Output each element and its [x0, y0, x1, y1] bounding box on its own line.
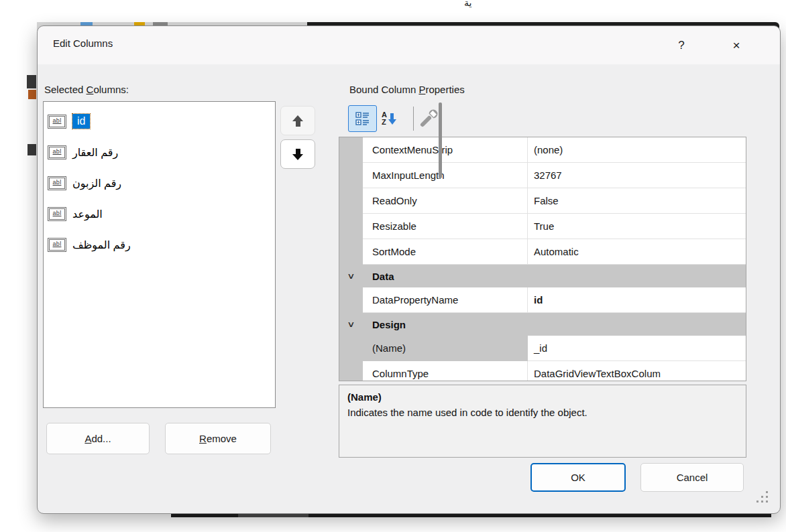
- property-grid-scrollbar-thumb[interactable]: [439, 103, 442, 178]
- toolbar-separator: [413, 107, 414, 131]
- textbox-column-icon: abl: [48, 207, 66, 221]
- property-value-cell[interactable]: _id: [528, 336, 746, 361]
- bound-column-properties-label: Bound Column Properties: [349, 84, 465, 95]
- property-row[interactable]: Resizable True: [339, 214, 746, 239]
- property-name-cell[interactable]: SortMode: [363, 239, 528, 265]
- category-row-data[interactable]: ∨ Data: [339, 265, 746, 287]
- property-name-cell[interactable]: (Name): [363, 336, 528, 361]
- property-value-cell[interactable]: Automatic: [528, 239, 746, 265]
- background-left-mark-1: [27, 75, 36, 88]
- collapse-chevron-icon[interactable]: ∨: [339, 313, 363, 336]
- resize-grip[interactable]: [756, 491, 759, 493]
- wrench-icon: [419, 108, 439, 128]
- property-name-cell[interactable]: ColumnType: [363, 361, 528, 381]
- property-row[interactable]: MaxInputLength 32767: [339, 163, 746, 188]
- row-margin: [339, 163, 363, 188]
- row-margin: [339, 361, 363, 381]
- property-name-cell[interactable]: MaxInputLength: [363, 163, 528, 188]
- list-item-label: رقم الموظف: [72, 239, 131, 251]
- property-row[interactable]: DataPropertyName id: [339, 287, 746, 313]
- move-up-button[interactable]: [280, 106, 315, 135]
- cancel-button[interactable]: Cancel: [640, 463, 744, 492]
- remove-button[interactable]: Remove: [165, 423, 271, 454]
- selected-columns-listbox[interactable]: abl id abl رقم العقار abl رقم الزبون abl…: [43, 101, 276, 408]
- row-margin: [339, 239, 363, 265]
- property-row[interactable]: SortMode Automatic: [339, 239, 746, 265]
- background-left-mark-orange: [28, 90, 36, 99]
- textbox-column-icon: abl: [48, 176, 66, 190]
- property-value-cell[interactable]: (none): [528, 137, 746, 163]
- up-arrow-icon: [292, 115, 303, 127]
- description-text: Indicates the name used in code to ident…: [347, 407, 738, 418]
- row-margin: [339, 137, 363, 163]
- move-down-button[interactable]: [280, 139, 315, 169]
- property-pages-button[interactable]: [419, 108, 441, 129]
- textbox-column-icon: abl: [48, 145, 66, 159]
- row-margin: [339, 214, 363, 239]
- list-item-label: رقم الزبون: [72, 177, 121, 190]
- category-row-design[interactable]: ∨ Design: [339, 313, 746, 336]
- description-title: (Name): [347, 391, 738, 403]
- add-button[interactable]: Add...: [46, 423, 150, 454]
- property-value-cell[interactable]: False: [528, 188, 746, 214]
- categorized-icon: [355, 111, 371, 127]
- property-value-cell[interactable]: 32767: [528, 163, 746, 188]
- sort-arrow-icon: [388, 113, 396, 125]
- property-name-cell[interactable]: Resizable: [363, 214, 528, 239]
- down-arrow-icon: [292, 149, 303, 160]
- property-row[interactable]: ContextMenuStrip (none): [339, 137, 746, 163]
- property-row[interactable]: ReadOnly False: [339, 188, 746, 214]
- property-name-cell[interactable]: DataPropertyName: [363, 287, 528, 313]
- list-item-label: الموعد: [72, 208, 103, 220]
- property-value-cell[interactable]: DataGridViewTextBoxColum: [528, 361, 746, 381]
- help-button[interactable]: ?: [667, 36, 696, 56]
- selected-columns-label: Selected Columns:: [44, 84, 129, 95]
- property-name-cell[interactable]: ContextMenuStrip: [363, 137, 528, 163]
- property-name-cell[interactable]: ReadOnly: [363, 188, 528, 214]
- row-margin: [339, 336, 363, 361]
- ok-button[interactable]: OK: [530, 463, 626, 492]
- alphabetical-sort-icon: AZ: [382, 111, 387, 126]
- categorized-button[interactable]: [348, 105, 377, 132]
- dialog-titlebar[interactable]: Edit Columns ? ×: [38, 26, 780, 64]
- property-value-cell[interactable]: id: [528, 287, 746, 313]
- background-arabic-fragment: ية: [464, 0, 471, 8]
- property-description-panel: (Name) Indicates the name used in code t…: [339, 385, 746, 458]
- alphabetical-button[interactable]: AZ: [382, 108, 408, 129]
- row-margin: [339, 188, 363, 214]
- list-item-appointment[interactable]: abl الموعد: [44, 198, 275, 229]
- row-margin: [339, 287, 363, 313]
- collapse-chevron-icon[interactable]: ∨: [339, 265, 363, 287]
- list-item-id[interactable]: abl id: [44, 106, 275, 137]
- list-item-label: رقم العقار: [72, 146, 118, 159]
- property-row-selected[interactable]: (Name) _id: [339, 336, 746, 361]
- list-item-property-number[interactable]: abl رقم العقار: [44, 137, 275, 168]
- property-row[interactable]: ColumnType DataGridViewTextBoxColum: [339, 361, 746, 381]
- list-item-employee-number[interactable]: abl رقم الموظف: [44, 229, 275, 260]
- textbox-column-icon: abl: [48, 115, 66, 129]
- close-button[interactable]: ×: [722, 36, 751, 56]
- list-item-customer-number[interactable]: abl رقم الزبون: [44, 168, 275, 198]
- dialog-title: Edit Columns: [53, 38, 113, 49]
- category-name: Data: [363, 265, 528, 287]
- list-item-label: id: [72, 114, 90, 129]
- property-grid[interactable]: ContextMenuStrip (none) MaxInputLength 3…: [339, 137, 746, 381]
- textbox-column-icon: abl: [48, 238, 66, 252]
- background-left-mark-2: [27, 144, 36, 155]
- edit-columns-dialog: Edit Columns ? × Selected Columns: abl i…: [37, 25, 781, 514]
- category-name: Design: [363, 313, 528, 336]
- property-value-cell[interactable]: True: [528, 214, 746, 239]
